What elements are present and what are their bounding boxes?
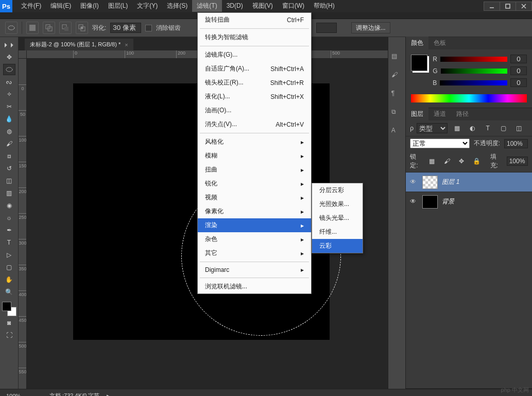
opacity-value[interactable]: 100% bbox=[504, 139, 528, 148]
mi-fibers[interactable]: 纤维... bbox=[312, 225, 363, 239]
g-value[interactable] bbox=[510, 66, 527, 75]
brush-tool[interactable]: 🖌 bbox=[3, 138, 15, 149]
menu-image[interactable]: 图像(I) bbox=[76, 0, 103, 12]
mi-oil-paint[interactable]: 油画(O)... bbox=[198, 104, 311, 117]
mi-distort[interactable]: 扭曲 bbox=[198, 163, 311, 177]
eyedropper-tool[interactable]: 💧 bbox=[3, 113, 15, 125]
zoom-tool[interactable]: 🔍 bbox=[3, 286, 15, 298]
menu-view[interactable]: 视图(V) bbox=[248, 0, 278, 12]
dodge-tool[interactable]: ☼ bbox=[3, 212, 15, 223]
filter-type-icon[interactable]: T bbox=[482, 123, 494, 134]
tab-close-icon[interactable]: × bbox=[125, 42, 128, 48]
visibility-icon[interactable]: 👁 bbox=[410, 198, 418, 206]
foreground-color[interactable] bbox=[2, 302, 11, 311]
swatches-panel-icon[interactable]: ⧉ bbox=[391, 108, 403, 119]
selection-add-icon[interactable] bbox=[43, 22, 55, 34]
filter-type-select[interactable]: 类型 bbox=[417, 123, 448, 133]
spectrum-bar[interactable] bbox=[411, 94, 527, 102]
height-input[interactable] bbox=[316, 23, 337, 33]
history-brush-tool[interactable]: ↺ bbox=[3, 163, 15, 174]
lasso-tool[interactable]: ᔓ bbox=[3, 76, 15, 88]
tab-color[interactable]: 颜色 bbox=[406, 37, 428, 49]
mi-noise[interactable]: 杂色 bbox=[198, 232, 311, 246]
hand-tool[interactable]: ✋ bbox=[3, 274, 15, 285]
crop-tool[interactable]: ✂ bbox=[3, 101, 15, 112]
antialias-checkbox[interactable] bbox=[145, 25, 152, 31]
move-tool[interactable]: ✥ bbox=[3, 51, 15, 63]
mi-stylize[interactable]: 风格化 bbox=[198, 135, 311, 149]
magic-wand-tool[interactable]: ✧ bbox=[3, 89, 15, 100]
layer-item[interactable]: 👁 图层 1 bbox=[406, 172, 532, 192]
mi-adaptive-wide[interactable]: 自适应广角(A)...Shift+Ctrl+A bbox=[198, 62, 311, 76]
mi-video[interactable]: 视频 bbox=[198, 191, 311, 204]
menu-edit[interactable]: 编辑(E) bbox=[46, 0, 76, 12]
spot-heal-tool[interactable]: ◍ bbox=[3, 126, 15, 137]
menu-layer[interactable]: 图层(L) bbox=[104, 0, 133, 12]
selection-new-icon[interactable] bbox=[26, 22, 39, 34]
document-tab[interactable]: 未标题-2 @ 100% (图层 1, RGB/8) * × bbox=[25, 39, 133, 50]
character-panel-icon[interactable]: A bbox=[391, 127, 403, 138]
menu-type[interactable]: 文字(Y) bbox=[132, 0, 162, 12]
layer-thumb[interactable] bbox=[422, 195, 438, 209]
shape-tool[interactable]: ▢ bbox=[3, 262, 15, 273]
mi-lighting-effects[interactable]: 光照效果... bbox=[312, 197, 363, 211]
mi-digimarc[interactable]: Digimarc bbox=[198, 264, 311, 276]
r-slider[interactable] bbox=[440, 57, 507, 62]
b-slider[interactable] bbox=[440, 80, 507, 85]
quick-mask-tool[interactable]: ◙ bbox=[3, 317, 15, 329]
layer-item[interactable]: 👁 背景 bbox=[406, 192, 532, 211]
mi-liquify[interactable]: 液化(L)...Shift+Ctrl+X bbox=[198, 90, 311, 104]
tab-swatches[interactable]: 色板 bbox=[428, 37, 451, 49]
mi-pixelate[interactable]: 像素化 bbox=[198, 204, 311, 218]
lock-position-icon[interactable]: ✥ bbox=[456, 156, 467, 167]
lock-all-icon[interactable]: 🔒 bbox=[471, 156, 482, 167]
layer-name[interactable]: 背景 bbox=[442, 197, 454, 206]
menu-filter[interactable]: 滤镜(T) bbox=[192, 0, 221, 12]
ruler-vertical[interactable]: 0 50 100 150 200 250 300 350 400 450 500… bbox=[19, 59, 27, 389]
blend-mode-select[interactable]: 正常 bbox=[410, 139, 469, 148]
collapse-icon[interactable]: ⏵⏵ bbox=[3, 39, 15, 50]
tab-paths[interactable]: 路径 bbox=[451, 108, 474, 120]
eraser-tool[interactable]: ◫ bbox=[3, 175, 15, 186]
layer-thumb[interactable] bbox=[422, 176, 438, 189]
menu-file[interactable]: 文件(F) bbox=[16, 0, 46, 12]
mi-browse-online[interactable]: 浏览联机滤镜... bbox=[198, 280, 311, 294]
type-tool[interactable]: T bbox=[3, 237, 15, 248]
mi-other[interactable]: 其它 bbox=[198, 246, 311, 260]
visibility-icon[interactable]: 👁 bbox=[410, 178, 418, 186]
filter-adjust-icon[interactable]: ◐ bbox=[466, 123, 478, 134]
mi-last-filter[interactable]: 旋转扭曲Ctrl+F bbox=[198, 13, 311, 27]
filter-shape-icon[interactable]: ▢ bbox=[497, 123, 509, 134]
tab-channels[interactable]: 通道 bbox=[428, 108, 451, 120]
chevron-right-icon[interactable]: ▸ bbox=[107, 392, 110, 396]
mi-lens-correction[interactable]: 镜头校正(R)...Shift+Ctrl+R bbox=[198, 76, 311, 90]
clone-stamp-tool[interactable]: ⧈ bbox=[3, 150, 15, 162]
selection-intersect-icon[interactable] bbox=[76, 22, 88, 34]
color-preview[interactable] bbox=[411, 55, 427, 71]
color-swatch[interactable] bbox=[2, 302, 16, 316]
filter-smart-icon[interactable]: ◫ bbox=[512, 123, 525, 134]
mi-sharpen[interactable]: 锐化 bbox=[198, 177, 311, 191]
history-panel-icon[interactable]: ▤ bbox=[391, 53, 403, 64]
mi-difference-clouds[interactable]: 分层云彩 bbox=[312, 183, 363, 197]
marquee-tool[interactable] bbox=[3, 64, 15, 75]
r-value[interactable] bbox=[510, 55, 527, 63]
refine-edge-button[interactable]: 调整边缘... bbox=[351, 22, 390, 33]
mi-render[interactable]: 渲染 bbox=[198, 218, 311, 232]
mi-clouds[interactable]: 云彩 bbox=[312, 239, 363, 253]
mi-convert-smart[interactable]: 转换为智能滤镜 bbox=[198, 30, 311, 44]
mi-lens-flare[interactable]: 镜头光晕... bbox=[312, 211, 363, 225]
zoom-value[interactable]: 100% bbox=[6, 393, 42, 397]
menu-help[interactable]: 帮助(H) bbox=[309, 0, 339, 12]
feather-input[interactable] bbox=[110, 23, 141, 33]
filter-pixel-icon[interactable]: ▦ bbox=[451, 123, 463, 134]
selection-subtract-icon[interactable] bbox=[59, 22, 72, 34]
mi-filter-gallery[interactable]: 滤镜库(G)... bbox=[198, 48, 311, 62]
menu-select[interactable]: 选择(S) bbox=[162, 0, 192, 12]
mi-vanishing-point[interactable]: 消失点(V)...Alt+Ctrl+V bbox=[198, 117, 311, 131]
gradient-tool[interactable]: ▥ bbox=[3, 187, 15, 199]
layer-name[interactable]: 图层 1 bbox=[442, 178, 459, 186]
screen-mode-tool[interactable]: ⛶ bbox=[3, 330, 15, 341]
brush-panel-icon[interactable]: 🖌 bbox=[391, 71, 403, 82]
pen-tool[interactable]: ✒ bbox=[3, 225, 15, 236]
